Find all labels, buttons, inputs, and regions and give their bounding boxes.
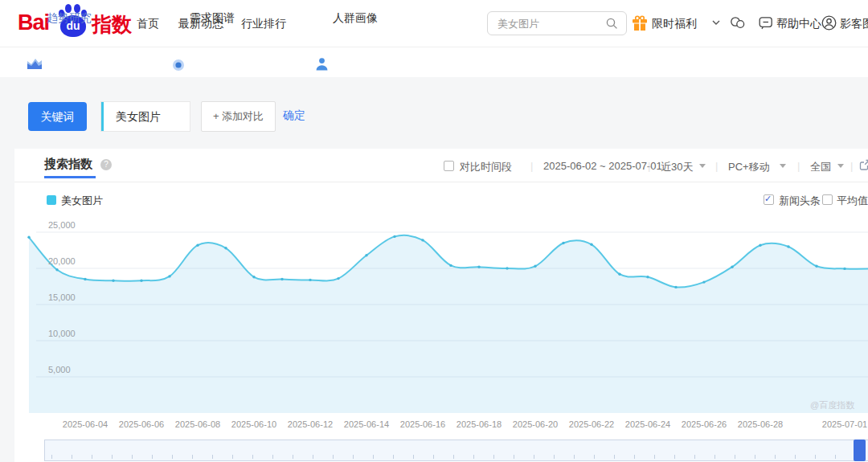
slider-tick (433, 455, 434, 459)
slider-tick (293, 455, 293, 459)
slider-tick (272, 455, 273, 459)
slider-tick (413, 455, 414, 459)
keyword-tag[interactable]: 美女图片 (100, 101, 190, 132)
separator: | (797, 160, 800, 172)
slider-tick (51, 455, 52, 459)
slider-tick (795, 455, 796, 459)
slider-tick (333, 455, 334, 459)
slider-tick (714, 455, 715, 459)
time-range-select[interactable]: 近30天 (661, 160, 693, 174)
search-icon[interactable] (606, 18, 618, 30)
trend-chart-icon (27, 56, 43, 70)
keyword-type-button[interactable]: 关键词 (28, 102, 87, 131)
slider-tick (574, 455, 575, 459)
help-center-link[interactable]: 帮助中心 (776, 17, 821, 31)
slider-tick (554, 455, 555, 459)
slider-tick (473, 455, 474, 459)
slider-tick (212, 455, 213, 459)
separator: | (850, 160, 853, 172)
slider-tick (493, 455, 494, 459)
news-headlines-label[interactable]: 新闻头条 (779, 194, 821, 208)
slider-tick (694, 455, 695, 459)
slider-tick (192, 455, 193, 459)
persona-person-icon (315, 57, 329, 71)
demand-graph-icon (172, 59, 185, 72)
username[interactable]: 影客图 (840, 17, 868, 31)
keyword-tag-label: 美女图片 (116, 110, 161, 125)
slider-tick (594, 455, 595, 459)
keyword-tag-accent (101, 102, 104, 131)
compare-period-checkbox[interactable] (444, 161, 454, 171)
active-tab-underline (44, 176, 96, 178)
subnav-bar (0, 47, 868, 77)
average-checkbox[interactable] (822, 194, 833, 205)
help-bubble-icon[interactable] (759, 16, 773, 31)
slider-tick (634, 455, 635, 459)
slider-tick (252, 455, 253, 459)
separator: | (648, 160, 650, 172)
slider-tick (373, 455, 374, 459)
baidu-logo-suffix: 指数 (92, 11, 132, 38)
region-select[interactable]: 全国 (810, 160, 831, 174)
caret-down-icon[interactable] (699, 164, 706, 168)
watermark: @百度指数 (810, 399, 854, 411)
datazoom-slider-track[interactable] (44, 440, 868, 461)
subnav-trend-research[interactable]: 趋势研究 (47, 11, 92, 26)
subnav-demand-graph[interactable]: 需求图谱 (190, 11, 235, 26)
slider-tick (112, 455, 113, 459)
compare-period-label[interactable]: 对比时间段 (460, 160, 512, 174)
add-compare-button[interactable]: + 添加对比 (201, 101, 276, 132)
slider-tick (614, 455, 615, 459)
slider-tick (775, 455, 776, 459)
date-range[interactable]: 2025-06-02 ~ 2025-07-01 (543, 160, 662, 172)
slider-tick (453, 455, 454, 459)
slider-tick (514, 455, 514, 459)
search-input[interactable]: 美女图片 (487, 11, 627, 35)
question-mark-icon[interactable]: ? (100, 159, 112, 170)
caret-down-icon[interactable] (837, 164, 844, 168)
slider-tick (393, 455, 394, 459)
slider-tick (72, 455, 72, 459)
slider-tick (815, 455, 816, 459)
subnav-crowd-portrait[interactable]: 人群画像 (333, 11, 378, 26)
slider-tick (654, 455, 655, 459)
user-avatar-icon[interactable] (821, 15, 837, 31)
device-select[interactable]: PC+移动 (728, 160, 770, 174)
tab-row-divider (14, 182, 868, 182)
slider-tick (92, 455, 92, 459)
search-index-area-chart (0, 217, 868, 418)
slider-tick (735, 455, 735, 459)
slider-tick (353, 455, 354, 459)
baidu-logo-bai: Bai (18, 10, 49, 35)
external-link-icon[interactable] (859, 159, 868, 170)
chevron-down-icon[interactable] (712, 20, 720, 26)
search-value: 美女图片 (497, 17, 539, 31)
overlapping-circles-icon[interactable] (730, 16, 746, 30)
slider-tick (755, 455, 755, 459)
slider-tick (835, 455, 836, 459)
slider-tick (313, 455, 313, 459)
nav-industry-ranking[interactable]: 行业排行 (241, 17, 286, 31)
caret-down-icon[interactable] (780, 164, 786, 168)
tab-search-index[interactable]: 搜索指数 (44, 157, 92, 172)
datazoom-slider-thumb[interactable] (854, 440, 866, 461)
separator: | (530, 160, 533, 172)
series-legend-label: 美女图片 (61, 194, 103, 208)
slider-tick (152, 455, 153, 459)
separator: | (715, 160, 718, 172)
gift-icon (632, 15, 648, 31)
slider-tick (172, 455, 173, 459)
news-headlines-checkbox[interactable]: ✓ (764, 194, 774, 205)
slider-tick (674, 455, 675, 459)
confirm-button[interactable]: 确定 (283, 108, 305, 123)
slider-tick (534, 455, 534, 459)
slider-tick (132, 455, 133, 459)
nav-home[interactable]: 首页 (137, 17, 159, 31)
slider-tick (232, 455, 233, 459)
promo-link[interactable]: 限时福利 (652, 17, 697, 31)
series-legend-swatch (47, 195, 56, 205)
average-label[interactable]: 平均值 (837, 194, 868, 208)
